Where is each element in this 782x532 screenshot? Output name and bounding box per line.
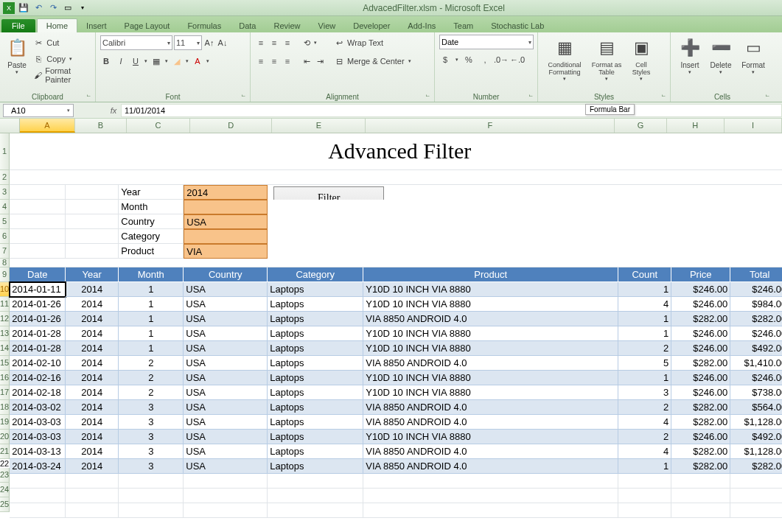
cell-category[interactable]: Laptops	[268, 415, 363, 430]
name-box[interactable]: A10▾	[3, 104, 74, 117]
cell-H23[interactable]	[671, 474, 730, 489]
cell-year[interactable]: 2014	[66, 326, 119, 341]
cell-total[interactable]: $984.00	[730, 297, 782, 312]
cell-total[interactable]: $492.00	[730, 341, 782, 356]
cell-country[interactable]: USA	[184, 297, 268, 312]
cell-category[interactable]: Laptops	[268, 282, 363, 297]
cell-empty[interactable]	[10, 170, 782, 185]
cell-category[interactable]: Laptops	[268, 371, 363, 385]
cell-product[interactable]: Y10D 10 INCH VIA 8880	[363, 371, 618, 385]
cell-count[interactable]: 1	[618, 459, 671, 474]
cell-total[interactable]: $282.00	[730, 459, 782, 474]
align-bottom-icon[interactable]: ≡	[282, 37, 293, 49]
format-painter-button[interactable]: 🖌Format Painter	[32, 67, 91, 83]
cell-year[interactable]: 2014	[66, 385, 119, 400]
cell-month[interactable]: 1	[119, 282, 184, 297]
cell-year[interactable]: 2014	[66, 400, 119, 415]
tab-formulas[interactable]: Formulas	[178, 19, 230, 32]
th-product[interactable]: Product	[363, 267, 618, 282]
cell-count[interactable]: 4	[618, 444, 671, 459]
cell-month[interactable]: 1	[119, 341, 184, 356]
cell-date[interactable]: 2014-01-26	[10, 297, 66, 312]
cell-E25[interactable]	[268, 503, 363, 518]
cell-year[interactable]: 2014	[66, 444, 119, 459]
cell-year[interactable]: 2014	[66, 312, 119, 326]
cell-I25[interactable]	[730, 503, 782, 518]
cell-B5[interactable]	[66, 214, 119, 229]
cell-count[interactable]: 1	[618, 312, 671, 326]
cell-styles-button[interactable]: ▣Cell Styles▾	[626, 35, 656, 82]
increase-font-icon[interactable]: A↑	[203, 37, 215, 49]
row-header-1[interactable]: 1	[0, 133, 10, 170]
cell-date[interactable]: 2014-01-11	[10, 282, 66, 297]
page-title[interactable]: Advanced Filter	[10, 133, 782, 170]
cell-B23[interactable]	[66, 474, 119, 489]
cell-country[interactable]: USA	[184, 282, 268, 297]
cell-product[interactable]: Y10D 10 INCH VIA 8880	[363, 385, 618, 400]
cell-product[interactable]: VIA 8850 ANDROID 4.0	[363, 356, 618, 371]
cell-C23[interactable]	[119, 474, 184, 489]
cell-B4[interactable]	[66, 200, 119, 214]
filter-year-label[interactable]: Year	[119, 185, 184, 200]
row-header-18[interactable]: 18	[0, 400, 10, 415]
cell-price[interactable]: $282.00	[671, 459, 730, 474]
cell-F23[interactable]	[363, 474, 618, 489]
col-header-A[interactable]: A	[20, 119, 74, 133]
cell-count[interactable]: 2	[618, 430, 671, 444]
align-center-icon[interactable]: ≡	[268, 55, 280, 67]
col-header-E[interactable]: E	[272, 119, 366, 133]
cell-month[interactable]: 3	[119, 415, 184, 430]
tab-view[interactable]: View	[310, 19, 345, 32]
cell-category[interactable]: Laptops	[268, 326, 363, 341]
cell-A3[interactable]	[10, 185, 66, 200]
cell-year[interactable]: 2014	[66, 371, 119, 385]
cell-category[interactable]: Laptops	[268, 444, 363, 459]
cell-price[interactable]: $246.00	[671, 326, 730, 341]
accounting-icon[interactable]: $	[439, 54, 451, 66]
filter-category-value[interactable]	[184, 229, 268, 244]
th-price[interactable]: Price	[671, 267, 730, 282]
cell-count[interactable]: 3	[618, 385, 671, 400]
select-all-corner[interactable]	[0, 119, 20, 133]
cell-total[interactable]: $282.00	[730, 312, 782, 326]
formula-input[interactable]: 11/01/2014	[121, 104, 782, 117]
filter-month-value[interactable]	[184, 200, 268, 214]
font-size-combo[interactable]: 11▾	[174, 35, 202, 50]
cell-price[interactable]: $282.00	[671, 400, 730, 415]
tab-page-layout[interactable]: Page Layout	[116, 19, 179, 32]
col-header-F[interactable]: F	[366, 119, 615, 133]
cell-year[interactable]: 2014	[66, 341, 119, 356]
cell-country[interactable]: USA	[184, 400, 268, 415]
row-header-2[interactable]: 2	[0, 170, 10, 185]
row-header-16[interactable]: 16	[0, 371, 10, 385]
th-year[interactable]: Year	[66, 267, 119, 282]
cell-date[interactable]: 2014-02-18	[10, 385, 66, 400]
th-category[interactable]: Category	[268, 267, 363, 282]
row-header-25[interactable]: 25	[0, 497, 10, 512]
cell-C24[interactable]	[119, 489, 184, 503]
cell-price[interactable]: $282.00	[671, 312, 730, 326]
cell-price[interactable]: $282.00	[671, 356, 730, 371]
cell-month[interactable]: 1	[119, 312, 184, 326]
cell-A6[interactable]	[10, 229, 66, 244]
cell-country[interactable]: USA	[184, 326, 268, 341]
col-header-B[interactable]: B	[75, 119, 127, 133]
cell-count[interactable]: 1	[618, 371, 671, 385]
cell-D24[interactable]	[184, 489, 268, 503]
fill-color-icon[interactable]: ◢	[171, 55, 183, 67]
font-color-icon[interactable]: A	[192, 55, 203, 67]
cell-I24[interactable]	[730, 489, 782, 503]
row-header-11[interactable]: 11	[0, 297, 10, 312]
cell-price[interactable]: $246.00	[671, 430, 730, 444]
cell-product[interactable]: Y10D 10 INCH VIA 8880	[363, 326, 618, 341]
cell-product[interactable]: VIA 8850 ANDROID 4.0	[363, 459, 618, 474]
cell-C25[interactable]	[119, 503, 184, 518]
align-middle-icon[interactable]: ≡	[268, 37, 280, 49]
cell-year[interactable]: 2014	[66, 356, 119, 371]
cell-E24[interactable]	[268, 489, 363, 503]
cell-total[interactable]: $1,128.00	[730, 415, 782, 430]
col-header-D[interactable]: D	[190, 119, 272, 133]
cell-total[interactable]: $1,128.00	[730, 444, 782, 459]
cell-count[interactable]: 5	[618, 356, 671, 371]
align-right-icon[interactable]: ≡	[282, 55, 293, 67]
